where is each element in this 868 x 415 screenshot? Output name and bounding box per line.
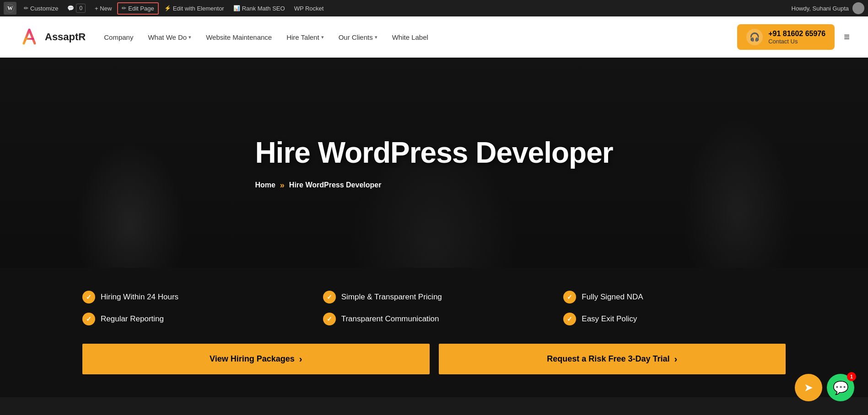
admin-bar-comments[interactable]: 💬 0 — [64, 2, 89, 15]
admin-bar-user: Howdy, Suhani Gupta — [792, 2, 865, 14]
feature-label-5: Easy Exit Policy — [582, 314, 637, 324]
whatsapp-badge: 1 — [847, 372, 856, 381]
admin-bar-rankmath[interactable]: 📊 Rank Math SEO — [230, 3, 289, 14]
nav-item-website-maintenance[interactable]: Website Maintenance — [206, 33, 272, 41]
feature-item-1: ✓ Simple & Transparent Pricing — [323, 291, 545, 303]
feature-item-4: ✓ Transparent Communication — [323, 313, 545, 325]
customize-icon: ✏ — [24, 5, 28, 11]
nav-item-what-we-do[interactable]: What We Do ▾ — [148, 33, 191, 41]
svg-text:W: W — [7, 5, 13, 11]
edit-page-icon: ✏ — [122, 5, 126, 11]
contact-info: +91 81602 65976 Contact Us — [768, 30, 825, 45]
whatsapp-float-button[interactable]: 💬 1 — [827, 374, 854, 397]
feature-item-2: ✓ Fully Signed NDA — [563, 291, 786, 303]
user-avatar — [852, 2, 864, 14]
site-nav: Company What We Do ▾ Website Maintenance… — [104, 33, 728, 41]
logo-icon — [18, 26, 40, 48]
site-logo[interactable]: AssaptR — [18, 26, 86, 48]
send-icon: ➤ — [804, 381, 813, 394]
logo-text: AssaptR — [45, 31, 86, 43]
feature-label-1: Simple & Transparent Pricing — [341, 293, 442, 302]
header-contact[interactable]: 🎧 +91 81602 65976 Contact Us — [737, 24, 835, 50]
wp-admin-bar: W ✏ Customize 💬 0 + New ✏ Edit Page ⚡ Ed… — [0, 0, 868, 16]
admin-bar-wprocket[interactable]: WP Rocket — [291, 3, 328, 14]
contact-phone-icon: 🎧 — [746, 29, 763, 45]
hero-content: Hire WordPress Developer Home » Hire Wor… — [255, 136, 613, 190]
wp-logo-icon[interactable]: W — [4, 2, 16, 15]
site-header: AssaptR Company What We Do ▾ Website Mai… — [0, 16, 868, 58]
breadcrumb: Home » Hire WordPress Developer — [255, 181, 613, 190]
contact-label: Contact Us — [768, 38, 825, 45]
feature-label-4: Transparent Communication — [341, 314, 439, 324]
feature-item-3: ✓ Regular Reporting — [82, 313, 305, 325]
request-trial-arrow-icon: › — [674, 354, 677, 364]
hire-talent-chevron-icon: ▾ — [321, 34, 324, 40]
breadcrumb-home-link[interactable]: Home — [255, 181, 275, 189]
contact-phone-number: +91 81602 65976 — [768, 30, 825, 38]
feature-check-icon-1: ✓ — [323, 291, 336, 303]
nav-item-hire-talent[interactable]: Hire Talent ▾ — [286, 33, 323, 41]
feature-check-icon-3: ✓ — [82, 313, 95, 325]
hero-section: Hire WordPress Developer Home » Hire Wor… — [0, 58, 868, 268]
breadcrumb-separator-icon: » — [280, 181, 285, 190]
comments-icon: 💬 — [67, 5, 74, 11]
admin-bar-edit-page[interactable]: ✏ Edit Page — [117, 2, 158, 15]
hamburger-menu-icon[interactable]: ≡ — [844, 31, 850, 43]
feature-label-3: Regular Reporting — [101, 314, 164, 324]
admin-bar-elementor[interactable]: ⚡ Edit with Elementor — [161, 3, 228, 14]
rankmath-icon: 📊 — [233, 5, 240, 11]
feature-label-0: Hiring Within 24 Hours — [101, 293, 178, 302]
nav-item-company[interactable]: Company — [104, 33, 133, 41]
hero-title: Hire WordPress Developer — [255, 136, 613, 170]
nav-item-white-label[interactable]: White Label — [392, 33, 428, 41]
what-we-do-chevron-icon: ▾ — [189, 34, 191, 40]
feature-check-icon-5: ✓ — [563, 313, 576, 325]
features-section: ✓ Hiring Within 24 Hours ✓ Simple & Tran… — [0, 268, 868, 397]
view-hiring-packages-button[interactable]: View Hiring Packages › — [82, 344, 430, 374]
feature-item-5: ✓ Easy Exit Policy — [563, 313, 786, 325]
features-grid: ✓ Hiring Within 24 Hours ✓ Simple & Tran… — [82, 291, 786, 325]
feature-item-0: ✓ Hiring Within 24 Hours — [82, 291, 305, 303]
send-float-button[interactable]: ➤ — [795, 374, 822, 397]
breadcrumb-current: Hire WordPress Developer — [289, 181, 382, 189]
feature-check-icon-4: ✓ — [323, 313, 336, 325]
feature-label-2: Fully Signed NDA — [582, 293, 643, 302]
request-trial-button[interactable]: Request a Risk Free 3-Day Trial › — [439, 344, 786, 374]
feature-check-icon-2: ✓ — [563, 291, 576, 303]
elementor-icon: ⚡ — [164, 5, 171, 11]
admin-bar-customize[interactable]: ✏ Customize — [20, 3, 62, 14]
view-packages-arrow-icon: › — [299, 354, 302, 364]
cta-buttons: View Hiring Packages › Request a Risk Fr… — [82, 344, 786, 374]
our-clients-chevron-icon: ▾ — [375, 34, 377, 40]
nav-item-our-clients[interactable]: Our Clients ▾ — [339, 33, 377, 41]
feature-check-icon-0: ✓ — [82, 291, 95, 303]
admin-bar-new[interactable]: + New — [91, 3, 115, 14]
whatsapp-icon: 💬 — [833, 380, 849, 395]
